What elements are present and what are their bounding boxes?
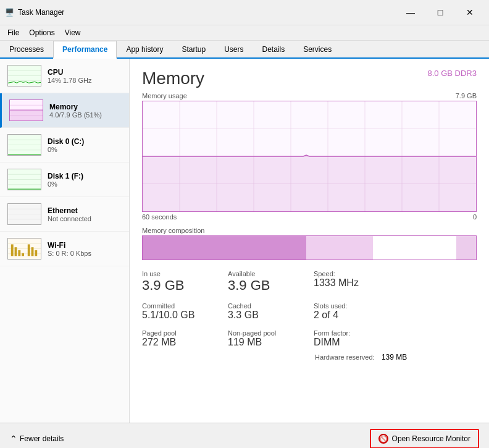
in-use-label: In use <box>142 270 219 277</box>
wifi-thumbnail <box>7 238 41 260</box>
composition-label: Memory composition <box>142 227 477 234</box>
form-factor-value: DIMM <box>314 337 391 348</box>
menu-options[interactable]: Options <box>24 27 59 39</box>
detail-header: Memory 8.0 GB DDR3 <box>142 69 477 88</box>
tab-details[interactable]: Details <box>253 41 294 59</box>
slots-label: Slots used: <box>314 302 391 310</box>
minimize-button[interactable]: — <box>396 4 425 21</box>
sidebar: CPU 14% 1.78 GHz Memory 4.0/7.9 GB (5 <box>0 59 130 423</box>
svg-rect-30 <box>31 247 34 256</box>
svg-rect-28 <box>22 253 24 256</box>
memory-info: Memory 4.0/7.9 GB (51%) <box>49 103 102 119</box>
stat-speed: Speed: 1333 MHz <box>314 270 391 294</box>
cpu-thumbnail <box>7 65 41 87</box>
available-label: Available <box>228 270 305 277</box>
title-bar: 🖥️ Task Manager — □ ✕ <box>0 0 489 25</box>
sidebar-item-memory[interactable]: Memory 4.0/7.9 GB (51%) <box>0 93 129 128</box>
available-value: 3.9 GB <box>228 277 305 294</box>
tab-startup[interactable]: Startup <box>172 41 215 59</box>
cached-label: Cached <box>228 302 305 310</box>
memory-title: Memory <box>49 103 102 111</box>
cached-value: 3.3 GB <box>228 310 305 321</box>
cpu-info: CPU 14% 1.78 GHz <box>48 68 92 84</box>
comp-in-use <box>143 236 306 260</box>
open-resource-monitor-label: Open Resource Monitor <box>392 434 470 443</box>
non-paged-pool-label: Non-paged pool <box>228 329 305 337</box>
svg-rect-29 <box>28 244 30 256</box>
app-icon: 🖥️ <box>5 8 14 17</box>
menu-bar: File Options View <box>0 25 489 41</box>
committed-label: Committed <box>142 302 219 310</box>
open-resource-monitor-button[interactable]: 🚫 Open Resource Monitor <box>370 429 479 449</box>
menu-file[interactable]: File <box>2 27 24 39</box>
hw-reserved-row: Hardware reserved: 139 MB <box>142 353 477 361</box>
comp-free <box>373 236 456 260</box>
fewer-details-button[interactable]: ⌃ Fewer details <box>10 434 64 444</box>
chart-time-row: 60 seconds 0 <box>142 213 477 221</box>
sidebar-item-disk1[interactable]: Disk 1 (F:) 0% <box>0 163 129 197</box>
bottom-bar: ⌃ Fewer details 🚫 Open Resource Monitor <box>0 423 489 448</box>
tab-services[interactable]: Services <box>294 41 341 59</box>
ethernet-thumbnail <box>7 203 41 225</box>
in-use-value: 3.9 GB <box>142 277 219 294</box>
tab-processes[interactable]: Processes <box>0 41 53 59</box>
ethernet-info: Ethernet Not connected <box>48 206 91 222</box>
close-button[interactable]: ✕ <box>456 4 484 21</box>
disk0-thumbnail <box>7 134 41 156</box>
memory-sub: 4.0/7.9 GB (51%) <box>49 111 102 119</box>
disk0-title: Disk 0 (C:) <box>48 137 84 146</box>
stat-committed: Committed 5.1/10.0 GB <box>142 302 219 321</box>
ethernet-sub: Not connected <box>48 215 91 222</box>
memory-usage-section: Memory usage 7.9 GB <box>142 92 477 221</box>
menu-view[interactable]: View <box>60 27 86 39</box>
svg-rect-8 <box>10 110 43 120</box>
speed-value: 1333 MHz <box>314 277 391 289</box>
stat-form-factor: Form factor: DIMM <box>314 329 391 348</box>
main-content: CPU 14% 1.78 GHz Memory 4.0/7.9 GB (5 <box>0 59 489 423</box>
wifi-sub: S: 0 R: 0 Kbps <box>48 250 91 257</box>
fewer-details-label: Fewer details <box>20 434 64 443</box>
comp-standby <box>306 236 373 260</box>
svg-rect-31 <box>35 250 37 256</box>
memory-thumbnail <box>9 99 43 121</box>
stat-non-paged-pool: Non-paged pool 119 MB <box>228 329 305 348</box>
detail-title: Memory <box>142 69 204 88</box>
sidebar-item-cpu[interactable]: CPU 14% 1.78 GHz <box>0 59 129 93</box>
paged-pool-label: Paged pool <box>142 329 219 337</box>
paged-pool-value: 272 MB <box>142 337 219 348</box>
form-factor-label: Form factor: <box>314 329 391 337</box>
hw-reserved-label: Hardware reserved: <box>315 353 375 361</box>
wifi-title: Wi-Fi <box>48 241 91 250</box>
chart-label-row: Memory usage 7.9 GB <box>142 92 477 99</box>
wifi-info: Wi-Fi S: 0 R: 0 Kbps <box>48 241 91 257</box>
sidebar-item-disk0[interactable]: Disk 0 (C:) 0% <box>0 128 129 163</box>
hw-reserved-value: 139 MB <box>382 353 407 361</box>
maximize-button[interactable]: □ <box>426 4 454 21</box>
stat-slots: Slots used: 2 of 4 <box>314 302 391 321</box>
sidebar-item-ethernet[interactable]: Ethernet Not connected <box>0 197 129 232</box>
detail-spec: 8.0 GB DDR3 <box>428 69 477 78</box>
disk1-title: Disk 1 (F:) <box>48 172 83 180</box>
tab-bar: Processes Performance App history Startu… <box>0 41 489 59</box>
svg-rect-27 <box>18 250 20 256</box>
sidebar-item-wifi[interactable]: Wi-Fi S: 0 R: 0 Kbps <box>0 232 129 266</box>
tab-performance[interactable]: Performance <box>53 41 117 59</box>
chart-time-end: 0 <box>473 213 477 221</box>
window-title: Task Manager <box>18 8 64 17</box>
disk0-info: Disk 0 (C:) 0% <box>48 137 84 153</box>
memory-usage-chart <box>142 101 477 212</box>
disk1-sub: 0% <box>48 180 83 188</box>
memory-composition-chart <box>142 235 477 260</box>
stats-grid: In use 3.9 GB Available 3.9 GB Speed: 13… <box>142 270 477 348</box>
stat-cached: Cached 3.3 GB <box>228 302 305 321</box>
tab-app-history[interactable]: App history <box>117 41 172 59</box>
committed-value: 5.1/10.0 GB <box>142 310 219 321</box>
title-bar-buttons: — □ ✕ <box>396 4 484 21</box>
svg-rect-25 <box>11 244 14 256</box>
title-bar-left: 🖥️ Task Manager <box>5 8 64 17</box>
non-paged-pool-value: 119 MB <box>228 337 305 348</box>
disk1-thumbnail <box>7 169 41 190</box>
tab-users[interactable]: Users <box>215 41 253 59</box>
cpu-sub: 14% 1.78 GHz <box>48 77 92 84</box>
ethernet-title: Ethernet <box>48 206 91 215</box>
